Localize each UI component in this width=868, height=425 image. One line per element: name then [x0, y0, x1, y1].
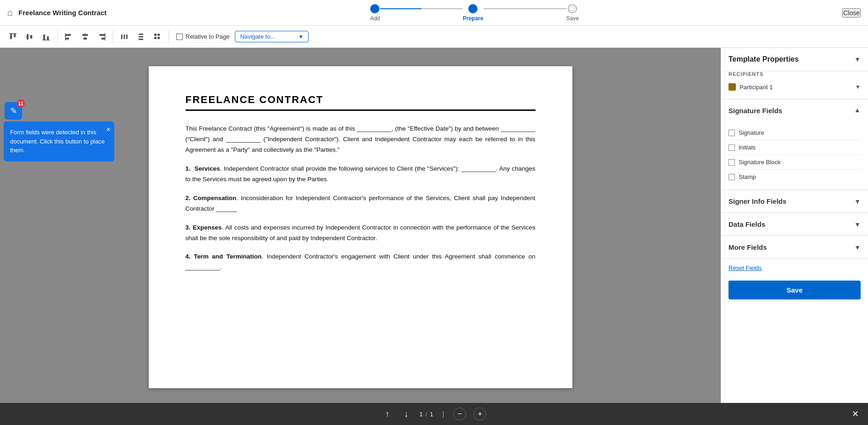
- page-divider: |: [443, 410, 444, 418]
- step-prepare-circle: [468, 4, 478, 13]
- svg-rect-27: [154, 34, 157, 36]
- more-fields-header[interactable]: More Fields ▼: [721, 236, 868, 258]
- recipients-body: RECIPIENTS Participant 1 ▼: [721, 71, 868, 99]
- toolbar-align-right-icon[interactable]: [94, 29, 109, 44]
- bubble-badge: 11: [17, 99, 25, 108]
- template-properties-header[interactable]: Template Properties ▼: [721, 48, 868, 71]
- document-page: FREELANCE CONTRACT This Freelance Contra…: [149, 66, 572, 388]
- svg-rect-9: [43, 34, 45, 40]
- navigate-text: Navigate to...: [240, 33, 275, 40]
- svg-rect-4: [14, 34, 16, 37]
- scroll-up-button[interactable]: ↑: [382, 408, 393, 421]
- template-properties-title: Template Properties: [728, 55, 799, 63]
- page-total: 1: [430, 411, 433, 418]
- document-area: FREELANCE CONTRACT This Freelance Contra…: [0, 48, 721, 403]
- participant-row[interactable]: Participant 1 ▼: [728, 80, 861, 93]
- signer-info-header[interactable]: Signer Info Fields ▼: [721, 190, 868, 212]
- recipients-label: RECIPIENTS: [728, 71, 861, 77]
- template-properties-chevron-icon: ▼: [854, 56, 861, 63]
- reset-fields-link[interactable]: Reset Fields: [721, 259, 868, 277]
- more-fields-section: More Fields ▼: [721, 236, 868, 259]
- doc-section4: 4. Term and Termination. Independent Con…: [186, 252, 536, 273]
- relative-to-page[interactable]: Relative to Page: [176, 33, 229, 40]
- document-body: This Freelance Contract (this "Agreement…: [186, 124, 536, 273]
- dropdown-arrow-icon: ▼: [298, 34, 304, 40]
- svg-rect-29: [154, 37, 157, 39]
- sig-field-signature-block[interactable]: Signature Block: [728, 155, 861, 170]
- sig-field-stamp[interactable]: Stamp: [728, 170, 861, 184]
- more-fields-title: More Fields: [728, 243, 767, 251]
- svg-rect-25: [139, 36, 143, 37]
- template-properties-section: Template Properties ▼: [721, 48, 868, 71]
- toolbar-grid-icon[interactable]: [150, 29, 165, 44]
- signer-info-title: Signer Info Fields: [728, 197, 786, 205]
- header-right: Close: [842, 8, 861, 17]
- section2-text: . Inconsideration for Independent Contra…: [186, 195, 536, 212]
- section3-text: . All costs and expenses incurred by Ind…: [186, 224, 536, 241]
- bubble-icon: ✎: [10, 106, 17, 116]
- svg-rect-22: [124, 34, 125, 39]
- tooltip-text: Form fields were detected in this docume…: [10, 129, 105, 154]
- svg-rect-26: [139, 39, 143, 40]
- svg-rect-23: [126, 34, 128, 39]
- section1-text: . Independent Contractor shall provide t…: [186, 165, 536, 183]
- step-add-label: Add: [370, 15, 380, 22]
- toolbar-align-center-h-icon[interactable]: [78, 29, 93, 44]
- toolbar-distribute-h-icon[interactable]: [117, 29, 132, 44]
- more-fields-chevron-icon: ▼: [854, 244, 861, 251]
- doc-section3: 3. Expenses. All costs and expenses incu…: [186, 223, 536, 244]
- page-info: 1 / 1: [419, 411, 433, 418]
- signature-fields-title: Signature Fields: [728, 107, 782, 115]
- step-add-circle: [370, 4, 379, 13]
- data-fields-title: Data Fields: [728, 220, 765, 228]
- step-line-2: [484, 8, 566, 9]
- save-button[interactable]: Save: [728, 281, 861, 299]
- page-separator: /: [425, 411, 427, 418]
- steps-container: Add Prepare Save: [107, 4, 843, 22]
- navigate-dropdown[interactable]: Navigate to... ▼: [235, 31, 309, 42]
- zoom-out-button[interactable]: −: [453, 408, 466, 420]
- toolbar-align-top-icon[interactable]: [6, 29, 20, 44]
- signature-fields-header[interactable]: Signature Fields ▼: [721, 99, 868, 122]
- participant-name: Participant 1: [740, 84, 773, 91]
- svg-rect-3: [10, 34, 12, 39]
- zoom-in-button[interactable]: +: [473, 408, 486, 420]
- notification-bubble[interactable]: ✎ 11: [5, 102, 22, 120]
- toolbar-align-bottom-icon[interactable]: [39, 29, 53, 44]
- header-left: ⌂ Freelance Writing Contract: [7, 7, 107, 18]
- title-underline: [186, 109, 536, 111]
- toolbar-align-center-v-icon[interactable]: [22, 29, 37, 44]
- svg-point-0: [373, 6, 377, 11]
- svg-rect-12: [65, 34, 71, 36]
- sig-sigblock-checkbox: [728, 159, 735, 166]
- bottom-bar: ↑ ↓ 1 / 1 | − + ✕: [0, 403, 868, 425]
- tooltip-close-icon[interactable]: ×: [106, 124, 111, 135]
- data-fields-section: Data Fields ▼: [721, 213, 868, 236]
- svg-rect-24: [139, 34, 143, 35]
- svg-rect-18: [99, 34, 105, 36]
- signature-fields-chevron-icon: ▼: [854, 107, 861, 115]
- scroll-down-button[interactable]: ↓: [401, 408, 412, 421]
- relative-checkbox[interactable]: [176, 34, 183, 40]
- data-fields-header[interactable]: Data Fields ▼: [721, 213, 868, 235]
- data-fields-chevron-icon: ▼: [854, 221, 861, 228]
- participant-left: Participant 1: [728, 83, 773, 91]
- sig-stamp-label: Stamp: [739, 173, 756, 180]
- sig-signature-label: Signature: [739, 129, 764, 136]
- svg-rect-19: [101, 38, 105, 40]
- toolbar-align-left-icon[interactable]: [61, 29, 76, 44]
- step-save: Save: [566, 4, 579, 22]
- participant-chevron-icon: ▼: [855, 84, 861, 90]
- top-header: ⌂ Freelance Writing Contract Add Prepare…: [0, 0, 868, 26]
- sig-field-initials[interactable]: Initials: [728, 140, 861, 155]
- home-icon[interactable]: ⌂: [7, 7, 13, 18]
- signature-fields-section: Signature Fields ▼ Signature Initials Si…: [721, 99, 868, 190]
- step-save-circle: [568, 4, 577, 13]
- toolbar-distribute-v-icon[interactable]: [134, 29, 148, 44]
- sig-field-signature[interactable]: Signature: [728, 126, 861, 140]
- close-button[interactable]: Close: [842, 8, 861, 17]
- section3-title: 3. Expenses: [186, 224, 222, 231]
- svg-rect-21: [121, 34, 122, 39]
- bottom-close-button[interactable]: ✕: [852, 409, 859, 419]
- toolbar-sep-1: [57, 30, 58, 43]
